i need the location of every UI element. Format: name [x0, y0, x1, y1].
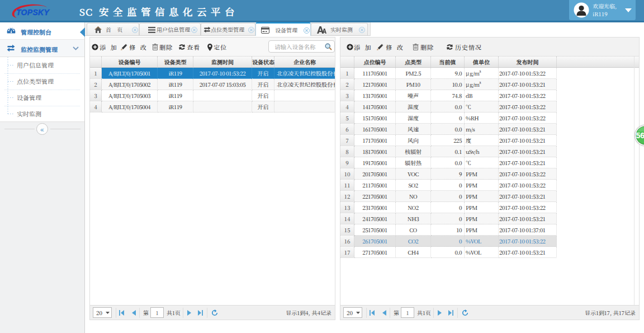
- svg-text:TOPSKY: TOPSKY: [16, 8, 50, 17]
- svg-text:56: 56: [636, 131, 644, 140]
